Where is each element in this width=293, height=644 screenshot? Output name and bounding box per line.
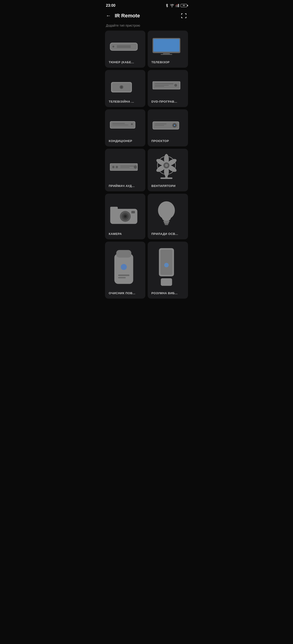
dvd-icon <box>151 79 181 92</box>
svg-rect-63 <box>165 224 168 225</box>
svg-rect-54 <box>110 207 118 211</box>
ac-icon <box>109 118 139 131</box>
device-card-stb[interactable]: ТЕЛЕВІЗІЙНА ... <box>105 70 145 107</box>
svg-point-58 <box>124 216 126 217</box>
tv-image <box>151 35 184 57</box>
svg-rect-1 <box>176 6 176 7</box>
stb-image <box>109 74 142 96</box>
device-card-dvd[interactable]: DVD-ПРОГРАВ... <box>148 70 188 107</box>
svg-rect-70 <box>160 250 172 275</box>
ac-image <box>109 114 142 136</box>
tuner-icon <box>109 39 139 53</box>
svg-point-50 <box>165 164 168 167</box>
svg-rect-36 <box>111 164 137 170</box>
humidifier-label: ОЧИСНИК ПОВ... <box>109 292 142 295</box>
svg-point-66 <box>121 264 127 270</box>
svg-rect-2 <box>177 5 178 7</box>
status-icons: 93 <box>165 4 187 8</box>
smart-icon <box>151 246 181 288</box>
svg-rect-10 <box>153 39 179 52</box>
audio-icon <box>109 160 139 173</box>
stb-label: ТЕЛЕВІЗІЙНА ... <box>109 100 142 103</box>
device-card-smart[interactable]: РОЗУМНА ВИБ... <box>148 242 188 298</box>
scan-button[interactable] <box>181 12 187 19</box>
svg-rect-30 <box>155 124 166 124</box>
svg-point-16 <box>121 86 122 88</box>
humidifier-image <box>109 246 142 288</box>
smart-label: РОЗУМНА ВИБ... <box>151 292 184 295</box>
device-card-camera[interactable]: КАМЕРА <box>105 194 145 239</box>
camera-icon <box>109 201 139 226</box>
device-card-audio[interactable]: ПРИЙМАЧ АУД... <box>105 149 145 191</box>
device-card-fan[interactable]: ВЕНТИЛЯТОРИ <box>148 149 188 191</box>
signal-icon <box>175 4 179 7</box>
tuner-image <box>109 35 142 57</box>
back-button[interactable]: ← <box>106 13 111 19</box>
battery-indicator: 93 <box>181 4 187 7</box>
audio-image <box>109 153 142 180</box>
ac-label: КОНДИЦІОНЕР <box>109 139 142 143</box>
light-icon <box>151 198 181 228</box>
humidifier-icon <box>109 246 139 288</box>
device-grid: ТЮНЕР (КАБЕ... ТЕЛЕВІЗОР ТЕЛЕВІЗІЙНА ... <box>101 30 192 298</box>
svg-point-38 <box>116 166 118 168</box>
fan-image <box>151 153 184 180</box>
device-card-humidifier[interactable]: ОЧИСНИК ПОВ... <box>105 242 145 298</box>
svg-rect-31 <box>155 125 164 126</box>
svg-point-7 <box>112 46 114 48</box>
svg-rect-68 <box>118 277 126 278</box>
svg-rect-52 <box>160 178 172 179</box>
svg-point-27 <box>131 123 133 125</box>
svg-rect-61 <box>163 220 169 222</box>
device-card-tv[interactable]: ТЕЛЕВІЗОР <box>148 30 188 68</box>
svg-rect-67 <box>118 274 130 276</box>
header-left: ← IR Remote <box>106 13 140 19</box>
page-title: IR Remote <box>115 13 140 19</box>
header: ← IR Remote <box>101 10 192 24</box>
projector-image <box>151 114 184 136</box>
svg-point-21 <box>174 84 177 87</box>
svg-rect-65 <box>116 250 131 258</box>
tuner-label: ТЮНЕР (КАБЕ... <box>109 60 142 64</box>
battery-level: 93 <box>183 5 185 6</box>
bluetooth-icon <box>165 4 169 8</box>
projector-label: ПРОЄКТОР <box>151 139 184 143</box>
svg-rect-12 <box>161 54 172 55</box>
svg-rect-40 <box>120 167 130 168</box>
device-card-light[interactable]: ПРИЛАДИ ОСВ... <box>148 194 188 239</box>
status-time: 23:00 <box>106 4 115 8</box>
svg-rect-26 <box>112 125 128 125</box>
svg-rect-25 <box>112 123 125 124</box>
camera-image <box>109 198 142 228</box>
svg-rect-39 <box>120 166 134 166</box>
device-card-tuner[interactable]: ТЮНЕР (КАБЕ... <box>105 30 145 68</box>
svg-point-72 <box>164 263 169 268</box>
svg-rect-8 <box>117 45 131 48</box>
fan-label: ВЕНТИЛЯТОРИ <box>151 184 184 188</box>
svg-rect-19 <box>155 83 173 84</box>
svg-point-41 <box>134 166 137 169</box>
svg-rect-62 <box>164 222 169 224</box>
light-image <box>151 198 184 228</box>
device-card-projector[interactable]: ПРОЄКТОР <box>148 109 188 146</box>
fan-icon <box>151 153 181 180</box>
light-label: ПРИЛАДИ ОСВ... <box>151 232 184 236</box>
svg-point-37 <box>112 166 115 168</box>
camera-label: КАМЕРА <box>109 232 142 236</box>
svg-point-60 <box>158 201 175 220</box>
tv-icon <box>151 37 181 55</box>
svg-rect-71 <box>161 278 172 286</box>
status-bar: 23:00 93 <box>101 0 192 10</box>
svg-rect-22 <box>155 86 164 87</box>
tv-label: ТЕЛЕВІЗОР <box>151 60 184 64</box>
svg-rect-20 <box>155 85 169 86</box>
svg-rect-59 <box>131 211 135 213</box>
set-top-box-icon <box>109 77 139 94</box>
device-card-ac[interactable]: КОНДИЦІОНЕР <box>105 109 145 146</box>
dvd-image <box>151 74 184 96</box>
smart-image <box>151 246 184 288</box>
svg-point-34 <box>174 125 175 126</box>
svg-rect-3 <box>178 4 179 7</box>
projector-icon <box>151 118 181 132</box>
dvd-label: DVD-ПРОГРАВ... <box>151 100 184 103</box>
